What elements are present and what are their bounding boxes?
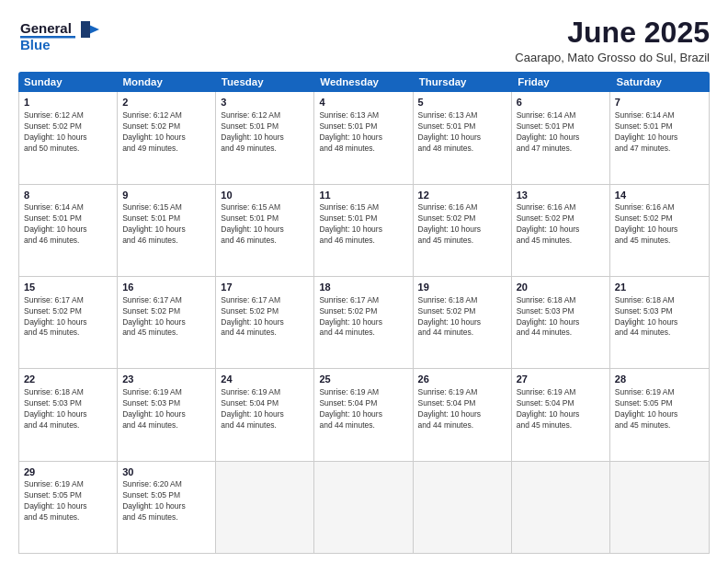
svg-text:General: General — [20, 20, 72, 36]
day-number: 8 — [24, 189, 112, 202]
cell-info-line: Daylight: 10 hours — [319, 132, 407, 144]
day-number: 5 — [418, 96, 506, 109]
calendar-cell: 18Sunrise: 6:17 AMSunset: 5:02 PMDayligh… — [314, 277, 413, 368]
day-number: 9 — [122, 189, 210, 202]
day-number: 7 — [615, 96, 704, 109]
cell-info-line: Sunrise: 6:16 AM — [615, 202, 704, 213]
cell-info-line: and 45 minutes. — [122, 512, 210, 523]
cell-info-line: and 44 minutes. — [122, 420, 210, 431]
cell-info-line: Sunset: 5:01 PM — [517, 121, 605, 132]
calendar-cell: 23Sunrise: 6:19 AMSunset: 5:03 PMDayligh… — [118, 369, 216, 460]
cell-info-line: Sunrise: 6:19 AM — [319, 387, 407, 398]
logo-svg: General Blue — [18, 17, 101, 57]
cell-info-line: Sunset: 5:02 PM — [418, 306, 506, 317]
cell-info-line: Sunrise: 6:13 AM — [319, 110, 407, 121]
day-number: 6 — [517, 96, 605, 109]
day-number: 19 — [418, 281, 506, 294]
title-block: June 2025 Caarapo, Mato Grosso do Sul, B… — [515, 17, 710, 64]
cell-info-line: and 44 minutes. — [221, 327, 309, 339]
cell-info-line: and 45 minutes. — [24, 512, 112, 523]
svg-marker-4 — [81, 21, 90, 38]
day-number: 25 — [319, 373, 407, 386]
cell-info-line: and 46 minutes. — [122, 236, 210, 247]
location-subtitle: Caarapo, Mato Grosso do Sul, Brazil — [515, 51, 710, 64]
cell-info-line: and 44 minutes. — [517, 327, 605, 339]
cell-info-line: Sunset: 5:01 PM — [221, 213, 309, 224]
calendar-cell: 14Sunrise: 6:16 AMSunset: 5:02 PMDayligh… — [610, 185, 709, 276]
cell-info-line: Sunrise: 6:13 AM — [418, 110, 506, 121]
cell-info-line: Sunset: 5:05 PM — [122, 490, 210, 501]
calendar-cell: 6Sunrise: 6:14 AMSunset: 5:01 PMDaylight… — [512, 92, 610, 183]
cell-info-line: Sunset: 5:01 PM — [319, 213, 407, 224]
cell-info-line: and 49 minutes. — [122, 144, 210, 155]
cell-info-line: Sunset: 5:02 PM — [122, 306, 210, 317]
calendar-row-3: 15Sunrise: 6:17 AMSunset: 5:02 PMDayligh… — [19, 277, 709, 369]
logo: General Blue — [18, 17, 101, 57]
cell-info-line: and 44 minutes. — [24, 420, 112, 431]
calendar-cell: 9Sunrise: 6:15 AMSunset: 5:01 PMDaylight… — [118, 185, 216, 276]
cell-info-line: Sunrise: 6:16 AM — [418, 202, 506, 213]
cell-info-line: Daylight: 10 hours — [122, 501, 210, 512]
calendar: SundayMondayTuesdayWednesdayThursdayFrid… — [18, 72, 710, 554]
cell-info-line: Sunset: 5:02 PM — [24, 306, 112, 317]
cell-info-line: Daylight: 10 hours — [615, 317, 704, 328]
calendar-cell — [512, 462, 610, 553]
cell-info-line: Sunset: 5:01 PM — [319, 121, 407, 132]
month-title: June 2025 — [515, 17, 710, 49]
cell-info-line: Sunset: 5:02 PM — [221, 306, 309, 317]
cell-info-line: and 44 minutes. — [319, 327, 407, 339]
cell-info-line: Sunset: 5:01 PM — [418, 121, 506, 132]
cell-info-line: Sunrise: 6:19 AM — [418, 387, 506, 398]
calendar-cell: 1Sunrise: 6:12 AMSunset: 5:02 PMDaylight… — [19, 92, 118, 183]
cell-info-line: Sunset: 5:02 PM — [319, 306, 407, 317]
cell-info-line: Daylight: 10 hours — [24, 501, 112, 512]
cell-info-line: Sunrise: 6:12 AM — [24, 110, 112, 121]
cell-info-line: Sunrise: 6:17 AM — [221, 295, 309, 306]
calendar-cell: 20Sunrise: 6:18 AMSunset: 5:03 PMDayligh… — [512, 277, 610, 368]
calendar-cell: 27Sunrise: 6:19 AMSunset: 5:04 PMDayligh… — [512, 369, 610, 460]
calendar-cell: 16Sunrise: 6:17 AMSunset: 5:02 PMDayligh… — [118, 277, 216, 368]
day-number: 30 — [122, 465, 210, 479]
calendar-header: SundayMondayTuesdayWednesdayThursdayFrid… — [18, 72, 710, 92]
day-number: 15 — [24, 281, 112, 294]
weekday-header-thursday: Thursday — [414, 72, 512, 92]
cell-info-line: Sunrise: 6:17 AM — [24, 295, 112, 306]
calendar-cell: 29Sunrise: 6:19 AMSunset: 5:05 PMDayligh… — [19, 462, 118, 553]
cell-info-line: Daylight: 10 hours — [418, 224, 506, 236]
cell-info-line: Daylight: 10 hours — [615, 224, 704, 236]
cell-info-line: Sunrise: 6:15 AM — [221, 202, 309, 213]
day-number: 29 — [24, 465, 112, 479]
cell-info-line: Sunset: 5:04 PM — [319, 398, 407, 409]
calendar-cell — [414, 462, 512, 553]
cell-info-line: Daylight: 10 hours — [319, 224, 407, 236]
cell-info-line: Sunrise: 6:14 AM — [517, 110, 605, 121]
calendar-cell — [314, 462, 413, 553]
cell-info-line: Daylight: 10 hours — [24, 132, 112, 144]
day-number: 18 — [319, 281, 407, 294]
day-number: 1 — [24, 96, 112, 109]
cell-info-line: and 46 minutes. — [24, 236, 112, 247]
cell-info-line: Daylight: 10 hours — [24, 224, 112, 236]
cell-info-line: Sunrise: 6:20 AM — [122, 479, 210, 490]
cell-info-line: Daylight: 10 hours — [221, 409, 309, 420]
cell-info-line: Daylight: 10 hours — [418, 317, 506, 328]
cell-info-line: and 45 minutes. — [615, 236, 704, 247]
calendar-cell: 28Sunrise: 6:19 AMSunset: 5:05 PMDayligh… — [610, 369, 709, 460]
cell-info-line: and 44 minutes. — [221, 420, 309, 431]
calendar-cell: 26Sunrise: 6:19 AMSunset: 5:04 PMDayligh… — [414, 369, 512, 460]
cell-info-line: and 46 minutes. — [319, 236, 407, 247]
cell-info-line: Sunset: 5:01 PM — [24, 213, 112, 224]
cell-info-line: Daylight: 10 hours — [418, 409, 506, 420]
cell-info-line: and 47 minutes. — [615, 144, 704, 155]
weekday-header-friday: Friday — [512, 72, 610, 92]
day-number: 2 — [122, 96, 210, 109]
day-number: 14 — [615, 189, 704, 202]
calendar-cell: 11Sunrise: 6:15 AMSunset: 5:01 PMDayligh… — [314, 185, 413, 276]
cell-info-line: Daylight: 10 hours — [221, 132, 309, 144]
cell-info-line: and 49 minutes. — [221, 144, 309, 155]
cell-info-line: Sunset: 5:01 PM — [615, 121, 704, 132]
weekday-header-sunday: Sunday — [18, 72, 117, 92]
calendar-cell: 17Sunrise: 6:17 AMSunset: 5:02 PMDayligh… — [216, 277, 314, 368]
cell-info-line: Sunset: 5:03 PM — [24, 398, 112, 409]
cell-info-line: Sunrise: 6:15 AM — [122, 202, 210, 213]
